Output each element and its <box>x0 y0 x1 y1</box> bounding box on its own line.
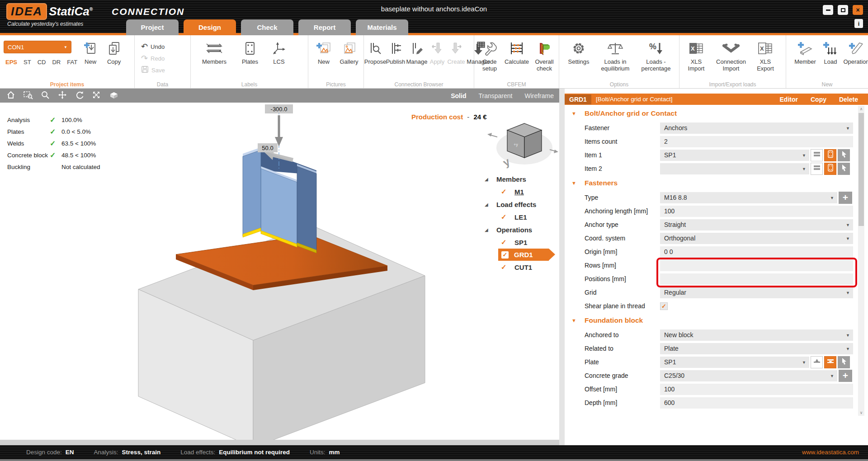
tab-report[interactable]: Report <box>298 19 351 35</box>
tree-item-m1[interactable]: ✓ M1 <box>485 185 559 198</box>
create-button[interactable]: Create <box>446 41 466 81</box>
copy-project-item-button[interactable]: Copy <box>104 41 124 66</box>
viewport-bottom-scrollstrip[interactable] <box>0 440 559 445</box>
rows-input[interactable] <box>660 260 853 271</box>
plate-top-face-button[interactable] <box>824 356 836 368</box>
manage-button[interactable]: Manage <box>406 41 428 81</box>
view-mode-wireframe[interactable]: Wireframe <box>524 92 554 99</box>
pan-icon[interactable] <box>57 90 67 101</box>
add-fastener-type-button[interactable]: + <box>839 192 852 204</box>
add-concrete-grade-button[interactable]: + <box>839 370 852 382</box>
new-operation-button[interactable]: Operation <box>841 41 868 81</box>
anchoring-length-input[interactable]: 100 <box>660 206 853 217</box>
coord-system-select[interactable]: Orthogonal ▼ <box>660 233 853 244</box>
overall-check-button[interactable]: Overall check <box>531 41 557 81</box>
steel-column[interactable] <box>243 147 316 253</box>
save-button[interactable]: Save <box>141 65 179 75</box>
panel-splitter[interactable] <box>559 89 565 445</box>
connection-import-button[interactable]: Connection Import <box>710 41 752 81</box>
tab-project[interactable]: Project <box>126 19 179 35</box>
tree-group-operations[interactable]: ◢ Operations <box>485 223 559 236</box>
plate-bottom-face-button[interactable] <box>811 356 823 368</box>
tree-item-grd1-selected[interactable]: ✓ GRD1 <box>498 249 549 261</box>
tree-item-le1[interactable]: ✓ LE1 <box>485 211 559 223</box>
new-member-button[interactable]: Member <box>791 41 820 81</box>
zoom-window-icon[interactable] <box>23 90 33 101</box>
zoom-extents-icon[interactable] <box>92 90 101 101</box>
gallery-button[interactable]: Gallery <box>336 41 362 81</box>
item2-beam-button[interactable] <box>811 163 823 175</box>
checkbox-checked-icon[interactable]: ✓ <box>501 263 514 271</box>
collapse-triangle-icon[interactable]: ▼ <box>571 180 585 186</box>
checkbox-checked-icon[interactable]: ✓ <box>501 213 514 221</box>
lcs-button[interactable]: LCS <box>265 41 293 81</box>
tree-item-cut1[interactable]: ✓ CUT1 <box>485 261 559 273</box>
fastener-select[interactable]: Anchors ▼ <box>660 122 853 134</box>
fastener-type-select[interactable]: M16 8.8 ▼ <box>660 192 837 203</box>
plate-select[interactable]: SP1 ▼ <box>660 357 809 368</box>
item2-pick-button[interactable] <box>838 163 850 175</box>
loads-percentage-button[interactable]: % Loads - percentage <box>637 41 675 81</box>
offset-input[interactable]: 100 <box>660 384 853 395</box>
home-view-icon[interactable] <box>6 90 15 101</box>
analysis-type-cd[interactable]: CD <box>38 59 46 66</box>
tree-group-members[interactable]: ◢ Members <box>485 173 559 185</box>
plates-button[interactable]: Plates <box>235 41 265 81</box>
close-button[interactable]: × <box>853 5 863 15</box>
minimize-button[interactable] <box>823 5 833 15</box>
checkbox-checked-icon[interactable]: ✓ <box>501 238 514 246</box>
plate-pick-button[interactable] <box>838 356 850 368</box>
delete-operation-button[interactable]: Delete <box>839 96 858 103</box>
tree-item-sp1[interactable]: ✓ SP1 <box>485 236 559 249</box>
item1-pick-button[interactable] <box>838 149 850 161</box>
publish-button[interactable]: Publish <box>386 41 406 81</box>
redo-button[interactable]: ↷ Redo <box>141 53 179 63</box>
new-picture-button[interactable]: New <box>311 41 336 81</box>
rotate-icon[interactable] <box>75 90 84 101</box>
loads-in-equilibrium-button[interactable]: Loads in equilibrium <box>594 41 637 81</box>
connection-selector[interactable]: CON1 ▼ <box>4 41 71 53</box>
tab-materials[interactable]: Materials <box>356 19 408 35</box>
zoom-icon[interactable] <box>41 90 50 101</box>
section-foundation-block[interactable]: ▼ Foundation block <box>565 313 868 328</box>
xls-import-button[interactable]: X XLS Import <box>682 41 710 81</box>
solid-view-icon[interactable] <box>108 90 119 101</box>
navigation-cube[interactable]: y +y <box>487 123 558 169</box>
scroll-down-icon[interactable]: ∨ <box>858 409 864 416</box>
viewport-3d[interactable]: Solid Transparent Wireframe <box>0 89 559 445</box>
depth-input[interactable]: 600 <box>660 397 853 409</box>
view-mode-solid[interactable]: Solid <box>451 92 466 99</box>
editor-button[interactable]: Editor <box>780 96 798 103</box>
maximize-button[interactable] <box>838 5 848 15</box>
scrollbar-thumb[interactable] <box>859 113 864 226</box>
scroll-up-icon[interactable]: ∧ <box>858 106 864 112</box>
members-button[interactable]: Members <box>193 41 235 81</box>
item1-beam-button[interactable] <box>811 149 823 161</box>
code-setup-button[interactable]: Code setup <box>477 41 502 81</box>
propose-button[interactable]: Propose <box>365 41 386 81</box>
analysis-type-fat[interactable]: FAT <box>67 59 77 66</box>
positions-input[interactable] <box>660 273 853 285</box>
tree-expander-icon[interactable]: ◢ <box>485 177 496 182</box>
analysis-type-dr[interactable]: DR <box>52 59 61 66</box>
item1-plate-button[interactable] <box>824 149 836 161</box>
new-load-button[interactable]: Load <box>820 41 841 81</box>
properties-scrollbar[interactable]: ∧ ∨ <box>858 106 864 416</box>
shear-plane-checkbox[interactable]: ✓ <box>660 302 668 310</box>
info-button[interactable]: i <box>854 19 863 28</box>
grid-select[interactable]: Regular ▼ <box>660 287 853 298</box>
analysis-type-eps[interactable]: EPS <box>5 59 17 66</box>
item2-select[interactable]: ▼ <box>660 163 809 174</box>
checkbox-checked-icon[interactable]: ✓ <box>501 251 509 259</box>
new-project-item-button[interactable]: New <box>80 41 101 66</box>
tree-group-load-effects[interactable]: ◢ Load effects <box>485 198 559 211</box>
anchored-to-select[interactable]: New block ▼ <box>660 329 853 341</box>
copy-operation-button[interactable]: Copy <box>811 96 826 103</box>
collapse-triangle-icon[interactable]: ▼ <box>571 111 585 116</box>
tree-expander-icon[interactable]: ◢ <box>485 202 496 207</box>
items-count-input[interactable]: 2 <box>660 136 853 147</box>
item1-select[interactable]: SP1 ▼ <box>660 150 809 161</box>
concrete-grade-select[interactable]: C25/30 ▼ <box>660 370 837 381</box>
tab-check[interactable]: Check <box>241 19 293 35</box>
collapse-triangle-icon[interactable]: ▼ <box>571 318 585 323</box>
